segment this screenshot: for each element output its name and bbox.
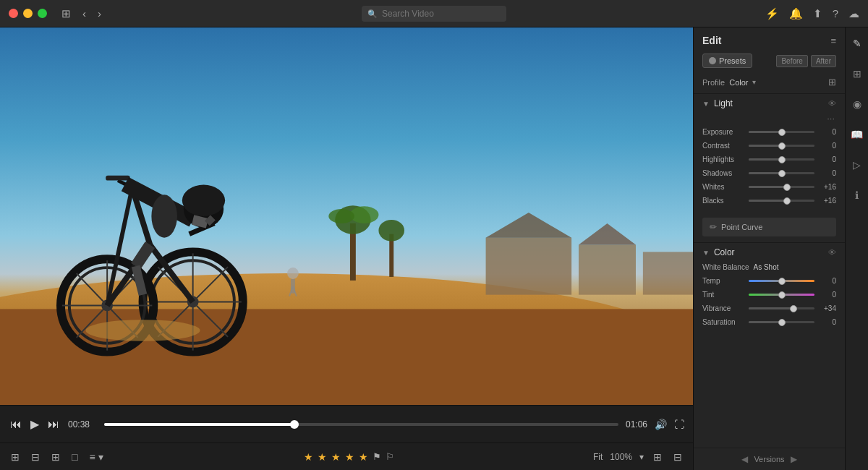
back-button[interactable]: ‹ bbox=[80, 6, 89, 22]
star-1[interactable]: ★ bbox=[304, 451, 313, 463]
highlights-label: Highlights bbox=[702, 155, 744, 163]
contrast-slider[interactable] bbox=[749, 145, 814, 147]
svg-point-13 bbox=[378, 220, 404, 242]
timeline-handle[interactable] bbox=[290, 420, 299, 429]
vibrance-slider[interactable] bbox=[749, 307, 814, 309]
exposure-label: Exposure bbox=[702, 128, 744, 136]
volume-button[interactable]: 🔊 bbox=[655, 419, 667, 430]
preset-icon bbox=[709, 57, 716, 64]
blacks-label: Blacks bbox=[702, 197, 744, 205]
side-icon-info[interactable]: ℹ bbox=[847, 185, 867, 205]
color-section-header[interactable]: ▼ Color 👁 bbox=[694, 242, 845, 262]
temp-row: Temp 0 bbox=[702, 277, 836, 285]
titlebar: ⊞ ‹ › 🔍 ⚡ 🔔 ⬆ ? ☁ bbox=[0, 0, 868, 27]
forward-button[interactable]: › bbox=[95, 6, 104, 22]
list-view-button[interactable]: ⊟ bbox=[29, 449, 42, 465]
light-eye-icon[interactable]: 👁 bbox=[828, 99, 836, 108]
side-icon-map[interactable]: ◉ bbox=[847, 94, 867, 114]
before-button[interactable]: Before bbox=[776, 55, 807, 67]
shadows-slider[interactable] bbox=[749, 172, 814, 174]
end-time: 01:06 bbox=[626, 419, 647, 430]
filter-icon[interactable]: ⚡ bbox=[765, 7, 779, 20]
side-icon-slideshow[interactable]: ▷ bbox=[847, 155, 867, 175]
help-icon[interactable]: ? bbox=[833, 7, 838, 20]
toolbar-center: ★ ★ ★ ★ ★ ⚑ ⚐ bbox=[114, 451, 584, 463]
profile-dropdown-icon[interactable]: ▾ bbox=[752, 78, 756, 86]
wb-value: As Shot bbox=[753, 263, 778, 271]
side-icon-detail[interactable]: ⊞ bbox=[847, 64, 867, 84]
side-icon-edit[interactable]: ✎ bbox=[847, 33, 867, 54]
point-curve-label: Point Curve bbox=[721, 223, 762, 231]
after-button[interactable]: After bbox=[811, 55, 836, 67]
grid-view-button[interactable]: ⊞ bbox=[9, 449, 22, 465]
video-frame[interactable] bbox=[0, 27, 693, 405]
presets-button[interactable]: Presets bbox=[702, 54, 752, 68]
blacks-slider[interactable] bbox=[749, 200, 814, 202]
point-curve-button[interactable]: ✏ Point Curve bbox=[702, 218, 836, 236]
highlights-slider[interactable] bbox=[749, 158, 814, 161]
timeline[interactable] bbox=[104, 423, 618, 426]
profile-row: Profile Color ▾ ⊞ bbox=[694, 74, 845, 93]
sort-button[interactable]: ≡ ▾ bbox=[87, 449, 105, 465]
detail-view-button[interactable]: ⊞ bbox=[49, 449, 62, 465]
profile-label: Profile bbox=[702, 78, 725, 87]
light-chevron-icon: ▼ bbox=[702, 100, 710, 108]
cloud-icon[interactable]: ☁ bbox=[848, 7, 859, 20]
star-5[interactable]: ★ bbox=[359, 451, 368, 463]
playback-controls: ⏮ ▶ ⏭ bbox=[9, 416, 61, 432]
versions-footer: ◀ Versions ▶ bbox=[694, 448, 845, 470]
fullscreen-button[interactable]: ⛶ bbox=[674, 419, 684, 430]
bell-icon[interactable]: 🔔 bbox=[789, 7, 803, 20]
svg-line-43 bbox=[193, 220, 208, 223]
light-more-icon[interactable]: ··· bbox=[827, 113, 835, 124]
exposure-slider[interactable] bbox=[749, 131, 814, 133]
vibrance-row: Vibrance +34 bbox=[702, 304, 836, 312]
monitor-button[interactable]: ⊞ bbox=[651, 449, 664, 465]
minimize-button[interactable] bbox=[23, 9, 33, 18]
svg-line-44 bbox=[207, 218, 213, 223]
star-2[interactable]: ★ bbox=[318, 451, 327, 463]
search-input[interactable] bbox=[362, 6, 506, 22]
light-section-header[interactable]: ▼ Light 👁 bbox=[694, 93, 845, 113]
profile-value: Color bbox=[729, 78, 748, 87]
vibrance-label: Vibrance bbox=[702, 304, 744, 312]
svg-rect-3 bbox=[486, 238, 572, 295]
tint-value: 0 bbox=[819, 291, 836, 299]
play-button[interactable]: ▶ bbox=[29, 416, 41, 432]
white-balance-row: White Balance As Shot bbox=[694, 262, 845, 274]
svg-point-42 bbox=[182, 185, 225, 216]
temp-slider[interactable] bbox=[749, 280, 814, 282]
profile-grid-button[interactable]: ⊞ bbox=[828, 77, 836, 87]
saturation-label: Saturation bbox=[702, 318, 744, 326]
share-icon[interactable]: ⬆ bbox=[813, 7, 822, 20]
svg-point-10 bbox=[350, 206, 379, 223]
titlebar-right-icons: ⚡ 🔔 ⬆ ? ☁ bbox=[765, 7, 859, 20]
temp-label: Temp bbox=[702, 277, 744, 285]
star-4[interactable]: ★ bbox=[345, 451, 354, 463]
thumbnail-view-button[interactable]: □ bbox=[69, 449, 80, 465]
close-button[interactable] bbox=[9, 9, 18, 18]
whites-slider[interactable] bbox=[749, 186, 814, 188]
color-eye-icon[interactable]: 👁 bbox=[828, 248, 836, 257]
whites-value: +16 bbox=[819, 183, 836, 191]
step-forward-button[interactable]: ⏭ bbox=[46, 416, 61, 432]
zoom-dropdown-icon[interactable]: ▾ bbox=[639, 452, 644, 462]
scroll-left-icon[interactable]: ◀ bbox=[741, 454, 748, 464]
side-icon-strip: ✎ ⊞ ◉ 📖 ▷ ℹ bbox=[845, 27, 868, 470]
star-3[interactable]: ★ bbox=[331, 451, 341, 463]
highlights-row: Highlights 0 bbox=[702, 155, 836, 163]
tint-slider[interactable] bbox=[749, 294, 814, 296]
color-section-title: Color bbox=[714, 247, 824, 257]
rewind-button[interactable]: ⏮ bbox=[9, 416, 23, 432]
scroll-right-icon[interactable]: ▶ bbox=[791, 454, 797, 464]
side-icon-book[interactable]: 📖 bbox=[847, 124, 867, 145]
svg-point-14 bbox=[287, 268, 299, 279]
compare-button[interactable]: ⊟ bbox=[671, 449, 684, 465]
flag-button[interactable]: ⚑ bbox=[373, 451, 381, 462]
panels-toggle-button[interactable]: ⊞ bbox=[59, 6, 74, 22]
saturation-value: 0 bbox=[819, 318, 836, 326]
saturation-slider[interactable] bbox=[749, 321, 814, 323]
maximize-button[interactable] bbox=[38, 9, 47, 18]
panel-icon-1[interactable]: ≡ bbox=[830, 35, 836, 46]
reject-button[interactable]: ⚐ bbox=[386, 451, 394, 462]
